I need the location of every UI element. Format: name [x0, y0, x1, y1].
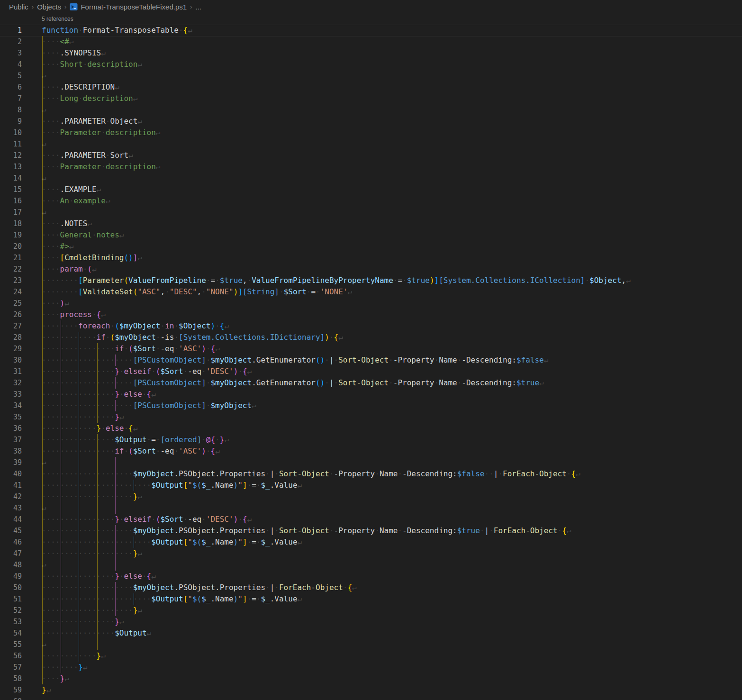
- code-line[interactable]: 54················$Output↵: [0, 627, 742, 639]
- code-line[interactable]: 45····················$myObject.PSObject…: [0, 525, 742, 536]
- eol-mark-icon: ↵: [298, 537, 302, 546]
- token: if: [115, 446, 124, 455]
- eol-mark-icon: ↵: [544, 355, 549, 364]
- code-line-text: ····#>↵: [42, 241, 73, 252]
- whitespace-dots: ························: [42, 594, 151, 603]
- code-line[interactable]: 23········[Parameter(ValueFromPipeline·=…: [0, 275, 742, 286]
- token: description: [106, 162, 156, 171]
- token: =: [151, 435, 156, 444]
- code-line[interactable]: 14↵: [0, 173, 742, 184]
- code-line[interactable]: 43↵: [0, 502, 742, 514]
- code-line[interactable]: 16····An·example↵: [0, 195, 742, 207]
- code-line[interactable]: 46························$Output["$($_.…: [0, 536, 742, 548]
- code-line[interactable]: 52····················}↵: [0, 605, 742, 616]
- eol-mark-icon: ↵: [215, 344, 220, 353]
- breadcrumb-item-more[interactable]: ...: [195, 3, 201, 11]
- token: @{: [206, 435, 215, 444]
- whitespace-dots: ········: [42, 321, 78, 330]
- code-line[interactable]: 53················}↵: [0, 616, 742, 627]
- code-line[interactable]: 3····.SYNOPSIS↵: [0, 47, 742, 59]
- code-line[interactable]: 11↵: [0, 138, 742, 150]
- code-line[interactable]: 1function·Format-TransposeTable·{↵: [0, 25, 742, 36]
- code-line[interactable]: 7····Long·description↵: [0, 93, 742, 104]
- breadcrumb-item-public[interactable]: Public: [9, 3, 28, 11]
- whitespace-dots: ····: [42, 185, 60, 194]
- code-line[interactable]: 2····<#↵: [0, 36, 742, 47]
- code-line[interactable]: 59}↵: [0, 684, 742, 696]
- code-line[interactable]: 29················if·($Sort·-eq·'ASC')·{…: [0, 343, 742, 355]
- code-line[interactable]: 12····.PARAMETER·Sort↵: [0, 150, 742, 161]
- breadcrumb-item-objects[interactable]: Objects: [37, 3, 61, 11]
- whitespace-dots: ····················: [42, 492, 133, 501]
- token: Parameter: [60, 162, 101, 171]
- code-line[interactable]: 24········[ValidateSet("ASC",·"DESC",·"N…: [0, 286, 742, 298]
- editor-code-area[interactable]: 1function·Format-TransposeTable·{↵2····<…: [0, 25, 742, 700]
- code-line-text: ················}·elseif·($Sort·-eq·'DES…: [42, 366, 252, 377]
- code-line[interactable]: 19····General·notes↵: [0, 229, 742, 241]
- code-line[interactable]: 55↵: [0, 639, 742, 650]
- code-line[interactable]: 48↵: [0, 559, 742, 571]
- code-line[interactable]: 42····················}↵: [0, 491, 742, 502]
- codelens-references-link[interactable]: 5 references: [42, 16, 73, 22]
- code-line[interactable]: 9····.PARAMETER·Object↵: [0, 116, 742, 127]
- code-line[interactable]: 33················}·else·{↵: [0, 389, 742, 400]
- code-line[interactable]: 40····················$myObject.PSObject…: [0, 468, 742, 480]
- code-line[interactable]: 8↵: [0, 104, 742, 116]
- eol-mark-icon: ↵: [151, 572, 156, 581]
- code-line[interactable]: 47····················}↵: [0, 548, 742, 559]
- code-line[interactable]: 4····Short·description↵: [0, 59, 742, 70]
- eol-mark-icon: ↵: [156, 162, 161, 171]
- token: $Output: [115, 435, 146, 444]
- whitespace-dots: ·: [92, 310, 97, 319]
- code-line[interactable]: 18····.NOTES↵: [0, 218, 742, 229]
- code-line[interactable]: 27········foreach·($myObject·in·$Object)…: [0, 320, 742, 332]
- code-line[interactable]: 5↵: [0, 70, 742, 82]
- line-number: 21: [0, 252, 42, 264]
- code-line-text: function·Format-TransposeTable·{↵: [42, 25, 192, 36]
- code-line[interactable]: 58····}↵: [0, 673, 742, 684]
- breadcrumb-item-file[interactable]: Format-TransposeTableFixed.ps1: [81, 3, 187, 11]
- code-line[interactable]: 37················$Output·=·[ordered]·@{…: [0, 434, 742, 445]
- line-number: 2: [0, 36, 42, 47]
- code-line[interactable]: 49················}·else·{↵: [0, 571, 742, 582]
- code-line[interactable]: 32····················[PSCustomObject]·$…: [0, 377, 742, 389]
- whitespace-dots: ·: [265, 526, 270, 535]
- token: $Output: [115, 628, 146, 637]
- whitespace-dots: ····: [42, 196, 60, 205]
- code-line[interactable]: 57········}↵: [0, 662, 742, 673]
- code-line[interactable]: 35················}↵: [0, 411, 742, 423]
- whitespace-dots: ·: [78, 26, 83, 35]
- token: (): [316, 355, 325, 364]
- code-line[interactable]: 25····)↵: [0, 298, 742, 309]
- whitespace-dots: ·: [334, 355, 339, 364]
- code-line[interactable]: 13····Parameter·description↵: [0, 161, 742, 173]
- eol-mark-icon: ↵: [42, 458, 46, 467]
- code-line[interactable]: 51························$Output["$($_.…: [0, 593, 742, 605]
- code-line[interactable]: 21····[CmdletBinding()]↵: [0, 252, 742, 264]
- code-line[interactable]: 60: [0, 696, 742, 700]
- code-line[interactable]: 36············}·else·{↵: [0, 423, 742, 434]
- token: {: [243, 367, 247, 376]
- token: }: [133, 549, 138, 558]
- line-number: 34: [0, 400, 42, 411]
- code-line[interactable]: 38················if·($Sort·-eq·'ASC')·{…: [0, 445, 742, 457]
- code-line[interactable]: 50····················$myObject.PSObject…: [0, 582, 742, 593]
- code-line[interactable]: 39↵: [0, 457, 742, 468]
- code-line[interactable]: 41························$Output["$($_.…: [0, 480, 742, 491]
- token: -Descending:: [402, 469, 457, 478]
- code-line-text: ····················$myObject.PSObject.P…: [42, 525, 571, 536]
- code-line[interactable]: 28············if·($myObject·-is·[System.…: [0, 332, 742, 343]
- code-line[interactable]: 56············}↵: [0, 650, 742, 662]
- code-line[interactable]: 20····#>↵: [0, 241, 742, 252]
- code-line[interactable]: 26····process·{↵: [0, 309, 742, 320]
- code-line[interactable]: 34····················[PSCustomObject]·$…: [0, 400, 742, 411]
- code-line[interactable]: 15····.EXAMPLE↵: [0, 184, 742, 195]
- code-line[interactable]: 44················}·elseif·($Sort·-eq·'D…: [0, 514, 742, 525]
- eol-mark-icon: ↵: [119, 617, 124, 626]
- code-line[interactable]: 30····················[PSCustomObject]·$…: [0, 355, 742, 366]
- code-line[interactable]: 22····param·(↵: [0, 264, 742, 275]
- code-line[interactable]: 31················}·elseif·($Sort·-eq·'D…: [0, 366, 742, 377]
- code-line[interactable]: 10····Parameter·description↵: [0, 127, 742, 138]
- code-line[interactable]: 6····.DESCRIPTION↵: [0, 82, 742, 93]
- code-line[interactable]: 17↵: [0, 207, 742, 218]
